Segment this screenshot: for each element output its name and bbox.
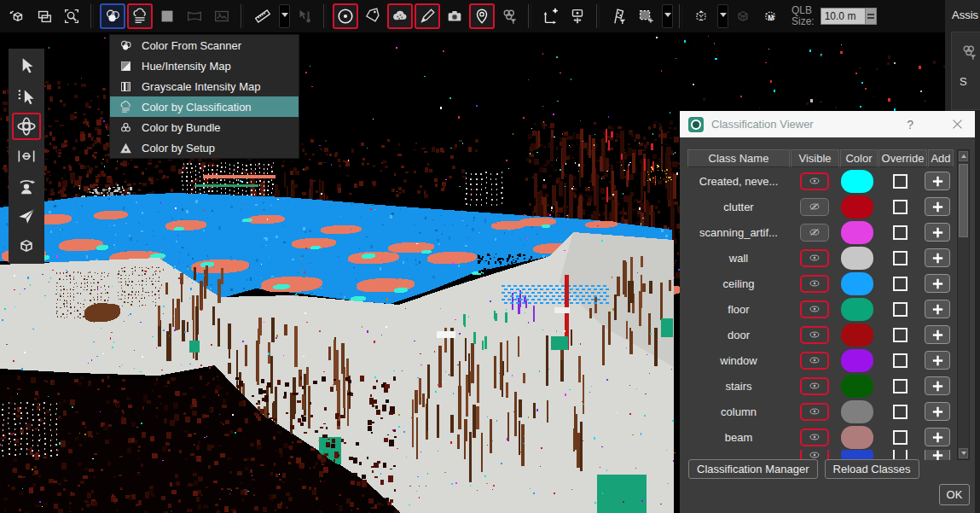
table-row[interactable]: door — [687, 322, 952, 347]
bundle-icon[interactable] — [960, 50, 978, 64]
classify-painter-icon[interactable] — [606, 3, 631, 29]
class-color-swatch[interactable] — [841, 195, 873, 219]
visibility-on-eye-icon[interactable] — [800, 428, 829, 446]
image-icon[interactable] — [209, 3, 235, 29]
override-checkbox[interactable] — [893, 430, 908, 445]
qlb-size-spinner[interactable] — [865, 8, 877, 25]
visibility-on-eye-icon[interactable] — [800, 300, 829, 318]
ok-button[interactable]: OK — [939, 484, 970, 505]
override-checkbox[interactable] — [893, 302, 908, 317]
scroll-up-button[interactable] — [959, 151, 968, 161]
color-mode-icon[interactable] — [100, 3, 125, 29]
add-to-class-button[interactable] — [925, 325, 950, 344]
override-checkbox[interactable] — [893, 353, 908, 368]
location-pin-icon[interactable] — [469, 3, 495, 29]
add-to-class-button[interactable] — [925, 274, 950, 293]
visibility-off-eye-icon[interactable] — [800, 224, 829, 242]
visibility-off-eye-icon[interactable] — [800, 198, 829, 216]
table-row[interactable]: window — [687, 347, 952, 373]
column-header-class-name[interactable]: Class Name — [687, 149, 790, 167]
look-around-tool[interactable] — [12, 172, 41, 200]
add-to-class-button[interactable] — [925, 172, 950, 190]
override-checkbox[interactable] — [893, 251, 908, 265]
override-checkbox[interactable] — [893, 328, 908, 342]
table-row[interactable]: column — [687, 399, 952, 424]
pan-tool[interactable] — [12, 143, 41, 170]
add-to-class-button[interactable] — [925, 402, 950, 421]
add-to-class-button[interactable] — [925, 300, 950, 318]
table-row[interactable]: ceiling — [687, 271, 952, 296]
table-scrollbar[interactable] — [957, 149, 970, 460]
class-color-swatch[interactable] — [841, 375, 873, 398]
multi-select-tool[interactable] — [12, 83, 41, 110]
table-row[interactable]: floor — [687, 296, 952, 322]
menu-item-hue-intensity-map[interactable]: Hue/Intensity Map — [110, 55, 299, 76]
visibility-on-eye-icon[interactable] — [800, 326, 829, 344]
measure-icon[interactable] — [250, 3, 275, 29]
limit-box-dropdown-icon[interactable] — [717, 4, 728, 28]
table-row[interactable]: beam — [687, 424, 952, 450]
visibility-on-eye-icon[interactable] — [800, 403, 829, 421]
add-to-class-button[interactable] — [925, 223, 950, 242]
override-checkbox[interactable] — [893, 277, 908, 291]
classification-manager-button[interactable]: Classification Manager — [688, 459, 818, 479]
reload-classes-button[interactable]: Reload Classes — [825, 459, 919, 479]
class-color-swatch[interactable] — [841, 272, 873, 295]
visibility-on-eye-icon[interactable] — [800, 377, 829, 395]
visibility-on-eye-icon[interactable] — [800, 172, 829, 190]
menu-item-color-by-classification[interactable]: Color by Classification — [110, 96, 299, 117]
class-color-swatch[interactable] — [841, 426, 873, 449]
class-color-swatch[interactable] — [841, 247, 873, 270]
table-row[interactable]: scanning_artif... — [687, 219, 952, 245]
snapshot-camera-icon[interactable] — [442, 3, 467, 29]
color-by-classification-icon[interactable] — [127, 3, 153, 29]
rect-selection-icon[interactable] — [633, 3, 658, 29]
tag-icon[interactable] — [360, 3, 386, 29]
override-checkbox[interactable] — [893, 379, 908, 393]
limit-box-visibility-icon[interactable] — [730, 3, 756, 29]
add-coordinate-system-icon[interactable] — [537, 3, 563, 29]
column-header-visible[interactable]: Visible — [791, 149, 839, 167]
add-to-class-button[interactable] — [925, 376, 950, 395]
class-color-swatch[interactable] — [841, 349, 873, 372]
column-header-color[interactable]: Color — [840, 149, 878, 167]
menu-item-color-by-bundle[interactable]: Color by Bundle — [110, 117, 299, 137]
box-view-tool[interactable] — [12, 232, 41, 259]
panorama-icon[interactable] — [182, 3, 207, 29]
class-color-swatch[interactable] — [841, 400, 873, 423]
station-view-icon[interactable] — [565, 3, 590, 29]
override-checkbox[interactable] — [893, 225, 908, 240]
menu-item-color-by-setup[interactable]: Color by Setup — [110, 137, 299, 158]
fly-tool[interactable] — [12, 202, 41, 230]
column-header-override[interactable]: Override — [879, 149, 927, 167]
export-scan-icon[interactable] — [4, 3, 30, 29]
menu-item-color-from-scanner[interactable]: Color From Scanner — [110, 35, 299, 55]
column-header-add[interactable]: Add — [928, 149, 954, 167]
class-color-swatch[interactable] — [841, 170, 873, 193]
table-row[interactable]: Created, neve... — [687, 168, 952, 194]
probe-temperature-icon[interactable] — [292, 3, 317, 29]
limit-box-icon[interactable] — [688, 3, 714, 29]
dialog-titlebar[interactable]: Classification Viewer ? — [680, 111, 975, 137]
visibility-on-eye-icon[interactable] — [800, 249, 829, 267]
scroll-thumb[interactable] — [959, 164, 968, 237]
bundle-filter-icon[interactable] — [496, 3, 522, 29]
duplicate-view-icon[interactable] — [32, 3, 57, 29]
add-to-class-button[interactable] — [925, 428, 950, 446]
help-button[interactable]: ? — [907, 118, 913, 131]
add-to-class-button[interactable] — [925, 351, 950, 370]
visibility-on-eye-icon[interactable] — [800, 352, 829, 370]
zoom-selection-icon[interactable] — [59, 3, 84, 29]
table-row[interactable]: wall — [687, 245, 952, 271]
add-to-class-button[interactable] — [925, 248, 950, 267]
menu-item-grayscale-intensity-map[interactable]: Grayscale Intensity Map — [110, 76, 299, 96]
visibility-on-eye-icon[interactable] — [800, 275, 829, 293]
select-tool[interactable] — [12, 53, 41, 80]
solid-color-icon[interactable] — [154, 3, 180, 29]
draw-pen-icon[interactable] — [415, 3, 440, 29]
limit-box-manual-icon[interactable]: M — [757, 3, 783, 29]
close-icon[interactable] — [950, 117, 965, 131]
rect-selection-dropdown-icon[interactable] — [662, 4, 673, 28]
add-to-class-button[interactable] — [925, 450, 950, 460]
class-color-swatch[interactable] — [841, 298, 873, 321]
